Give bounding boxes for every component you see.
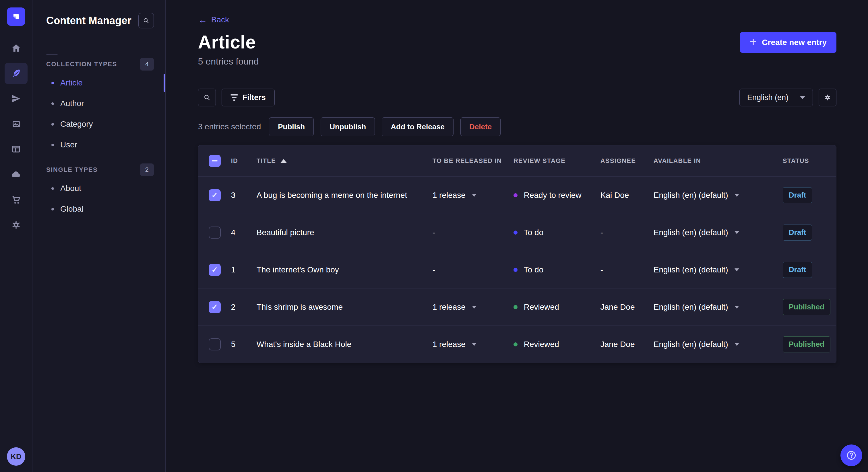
row-release-select[interactable]: 1 release [433,303,514,312]
row-release-select[interactable]: 1 release [433,340,514,349]
subnav-item[interactable]: About [32,178,165,199]
table-search-button[interactable] [198,89,216,106]
table-row[interactable]: 5 What's inside a Black Hole 1 release R… [198,326,836,363]
collection-types-list: Article Author Category User [32,72,165,155]
nav-settings-icon[interactable] [5,214,28,235]
filters-button[interactable]: Filters [222,89,275,106]
select-all-cell [209,155,231,167]
row-release-select[interactable]: 1 release [433,191,514,200]
row-assignee: - [600,265,654,274]
row-locale-value: English (en) (default) [654,340,728,349]
row-id: 5 [231,340,257,349]
strapi-logo[interactable] [7,7,25,26]
row-release-value: 1 release [433,303,466,312]
row-review-stage: Reviewed [514,303,600,312]
row-release-value: - [433,265,435,274]
row-release-value: - [433,228,435,237]
row-locale-select[interactable]: English (en) (default) [654,191,783,200]
column-header-assignee[interactable]: ASSIGNEE [600,157,654,165]
subnav-item[interactable]: Author [32,93,165,114]
nav-marketplace-icon[interactable] [5,189,28,210]
row-status-cell: Draft [783,262,836,278]
subnav-item[interactable]: Category [32,114,165,134]
sort-ascending-icon [280,159,287,163]
table-row[interactable]: 4 Beautiful picture - To do - English (e… [198,214,836,251]
row-release-select[interactable]: - [433,265,514,274]
main-content: ← Back Article 5 entries found + Create … [166,0,868,472]
bullet-icon [51,123,54,126]
search-icon [203,94,211,101]
table-row[interactable]: 3 A bug is becoming a meme on the intern… [198,176,836,214]
help-question-icon [846,450,857,461]
row-checkbox[interactable] [209,189,221,201]
subnav-title: Content Manager [46,14,131,27]
table-row[interactable]: 1 The internet's Own boy - To do - Engli… [198,251,836,288]
subnav-item[interactable]: User [32,134,165,155]
table-body: 3 A bug is becoming a meme on the intern… [198,176,836,363]
help-button[interactable] [840,444,862,466]
column-header-review-stage[interactable]: REVIEW STAGE [514,157,600,165]
row-locale-select[interactable]: English (en) (default) [654,303,783,312]
filter-icon [230,94,238,101]
subnav-item-label: Article [60,78,83,88]
list-toolbar: Filters English (en) [198,89,836,106]
subnav-item-label: User [60,140,77,149]
stage-dot [514,342,518,346]
chevron-down-icon [735,343,739,346]
row-locale-select[interactable]: English (en) (default) [654,265,783,274]
search-icon [143,17,150,24]
column-header-id[interactable]: ID [231,157,257,165]
main-nav-rail: KD [0,0,32,472]
column-header-status[interactable]: STATUS [783,157,836,165]
view-settings-button[interactable] [818,89,836,106]
single-types-header: SINGLE TYPES 2 [32,163,165,176]
create-new-entry-button[interactable]: + Create new entry [740,32,836,53]
row-checkbox[interactable] [209,338,221,350]
stage-dot [514,231,518,235]
subnav-item[interactable]: Global [32,199,165,220]
row-review-stage: To do [514,228,600,237]
nav-media-library-icon[interactable] [5,113,28,134]
row-checkbox[interactable] [209,264,221,276]
column-header-title[interactable]: TITLE [257,157,433,165]
subnav-item[interactable]: Article [32,72,165,93]
row-checkbox[interactable] [209,227,221,239]
single-types-list: About Global [32,178,165,220]
rail-logo-area [0,0,32,33]
back-label: Back [211,15,229,24]
table-row[interactable]: 2 This shrimp is awesome 1 release Revie… [198,288,836,326]
row-release-select[interactable]: - [433,228,514,237]
collection-types-label: COLLECTION TYPES [46,61,117,68]
chevron-down-icon [472,343,476,346]
column-header-available-in[interactable]: AVAILABLE IN [654,157,783,165]
row-locale-select[interactable]: English (en) (default) [654,340,783,349]
back-link[interactable]: ← Back [198,15,229,25]
delete-button[interactable]: Delete [460,117,501,136]
nav-releases-icon[interactable] [5,88,28,109]
status-badge: Draft [783,187,812,203]
column-header-release[interactable]: TO BE RELEASED IN [433,157,514,165]
chevron-down-icon [735,306,739,308]
unpublish-button[interactable]: Unpublish [321,117,375,136]
nav-content-manager-icon[interactable] [5,63,28,84]
row-checkbox[interactable] [209,301,221,313]
row-checkbox-cell [209,301,231,313]
status-badge: Published [783,299,830,315]
row-review-stage: To do [514,265,600,274]
bullet-icon [51,102,54,105]
publish-button[interactable]: Publish [269,117,314,136]
nav-home-icon[interactable] [5,38,28,59]
user-avatar[interactable]: KD [7,447,25,466]
stage-label: To do [524,228,544,237]
stage-label: Reviewed [524,340,559,349]
row-locale-select[interactable]: English (en) (default) [654,228,783,237]
toolbar-right: English (en) [739,89,836,106]
locale-select[interactable]: English (en) [739,89,813,106]
subnav-search-button[interactable] [138,13,154,28]
nav-cloud-icon[interactable] [5,164,28,185]
select-all-checkbox[interactable] [209,155,221,167]
add-to-release-button[interactable]: Add to Release [382,117,454,136]
status-badge: Draft [783,262,812,278]
filters-label: Filters [243,93,266,102]
nav-content-type-builder-icon[interactable] [5,138,28,160]
